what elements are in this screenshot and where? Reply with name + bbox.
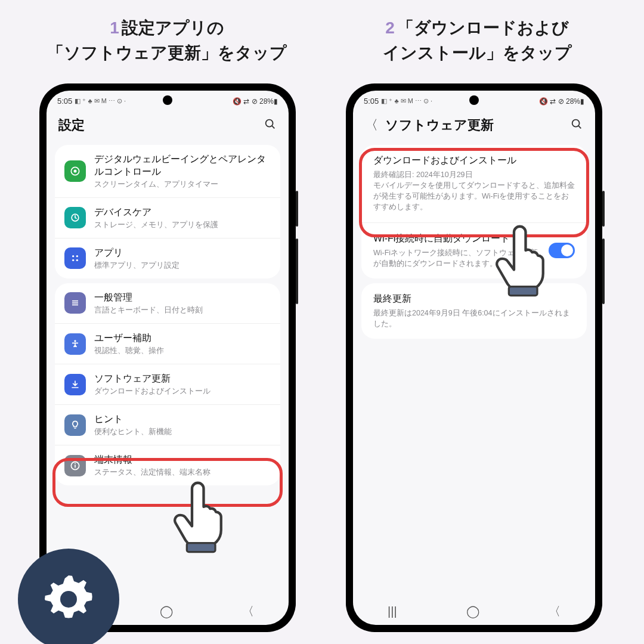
settings-item-wellbeing[interactable]: デジタルウェルビーイングとペアレンタルコントロールスクリーンタイム、アプリタイマ… — [55, 145, 280, 197]
settings-item-tips[interactable]: ヒント便利なヒント、新機能 — [55, 404, 280, 445]
back-button[interactable]: 〈 — [242, 603, 254, 620]
general-icon — [64, 292, 86, 314]
settings-group-2: 一般管理言語とキーボード、日付と時刻 ユーザー補助視認性、聴覚、操作 ソフトウェ… — [55, 283, 280, 485]
step-2-heading: 2「ダウンロードおよび インストール」をタップ — [334, 16, 620, 66]
svg-point-12 — [74, 340, 76, 342]
device-care-icon — [64, 207, 86, 228]
settings-item-accessibility[interactable]: ユーザー補助視認性、聴覚、操作 — [55, 323, 280, 364]
svg-point-5 — [72, 255, 74, 257]
auto-download-toggle[interactable] — [549, 243, 575, 258]
download-and-install[interactable]: ダウンロードおよびインストール 最終確認日: 2024年10月29日 モバイルデ… — [361, 145, 587, 222]
last-update-card: 最終更新 最終更新は2024年9月9日 午後6:04にインストールされました。 — [361, 283, 587, 339]
svg-point-0 — [266, 119, 273, 126]
settings-item-device-care[interactable]: デバイスケアストレージ、メモリ、アプリを保護 — [55, 197, 280, 238]
svg-rect-11 — [72, 305, 78, 306]
recent-apps-button[interactable]: ||| — [388, 605, 397, 618]
last-update[interactable]: 最終更新 最終更新は2024年9月9日 午後6:04にインストールされました。 — [361, 283, 587, 339]
wellbeing-icon — [64, 160, 86, 182]
auto-download-wifi[interactable]: Wi-Fi接続時に自動ダウンロード Wi-Fiネットワーク接続時に、ソフトウェア… — [361, 222, 587, 278]
software-update-icon — [64, 374, 86, 395]
svg-point-7 — [72, 259, 74, 261]
step-number: 2 — [385, 18, 395, 37]
about-icon — [64, 455, 86, 476]
search-icon[interactable] — [570, 117, 583, 134]
phone-mock-2: 5:05◧ ⁺ ♣ ✉ M ⋯ ⊙ · 🔇 ⇄ ⊘ 28%▮ 〈 ソフトウェア更… — [346, 83, 602, 632]
camera-cutout — [163, 95, 172, 105]
svg-rect-9 — [72, 301, 78, 302]
settings-item-apps[interactable]: アプリ標準アプリ、アプリ設定 — [55, 238, 280, 278]
settings-item-software-update[interactable]: ソフトウェア更新ダウンロードおよびインストール — [55, 364, 280, 404]
page-title: 設定 — [58, 116, 85, 134]
page-title: ソフトウェア更新 — [385, 116, 494, 134]
svg-point-6 — [76, 255, 78, 257]
step-number: 1 — [110, 18, 119, 37]
back-icon[interactable]: 〈 — [365, 116, 378, 134]
back-button[interactable]: 〈 — [549, 603, 561, 620]
software-update-header: 〈 ソフトウェア更新 — [353, 108, 595, 140]
svg-point-8 — [76, 259, 78, 261]
home-button[interactable]: ◯ — [466, 604, 479, 618]
svg-rect-15 — [75, 463, 76, 464]
settings-header: 設定 — [47, 108, 289, 140]
settings-group-1: デジタルウェルビーイングとペアレンタルコントロールスクリーンタイム、アプリタイマ… — [55, 145, 280, 278]
settings-item-about[interactable]: 端末情報ステータス、法定情報、端末名称 — [55, 445, 280, 485]
svg-rect-10 — [72, 303, 78, 304]
update-options-card: ダウンロードおよびインストール 最終確認日: 2024年10月29日 モバイルデ… — [361, 145, 587, 278]
search-icon[interactable] — [264, 117, 277, 134]
apps-icon — [64, 247, 86, 269]
svg-point-16 — [572, 119, 580, 126]
svg-point-20 — [60, 591, 77, 608]
settings-app-icon — [18, 549, 119, 644]
step-1-heading: 1設定アプリの 「ソフトウェア更新」をタップ — [24, 16, 310, 66]
home-button[interactable]: ◯ — [160, 604, 173, 618]
tips-icon — [64, 414, 86, 436]
accessibility-icon — [64, 333, 86, 355]
svg-rect-14 — [75, 465, 76, 467]
svg-line-1 — [272, 125, 274, 128]
android-navbar: ||| ◯ 〈 — [353, 597, 595, 625]
camera-cutout — [469, 95, 479, 105]
svg-line-17 — [578, 125, 581, 128]
settings-item-general[interactable]: 一般管理言語とキーボード、日付と時刻 — [55, 283, 280, 323]
svg-point-3 — [74, 169, 77, 172]
